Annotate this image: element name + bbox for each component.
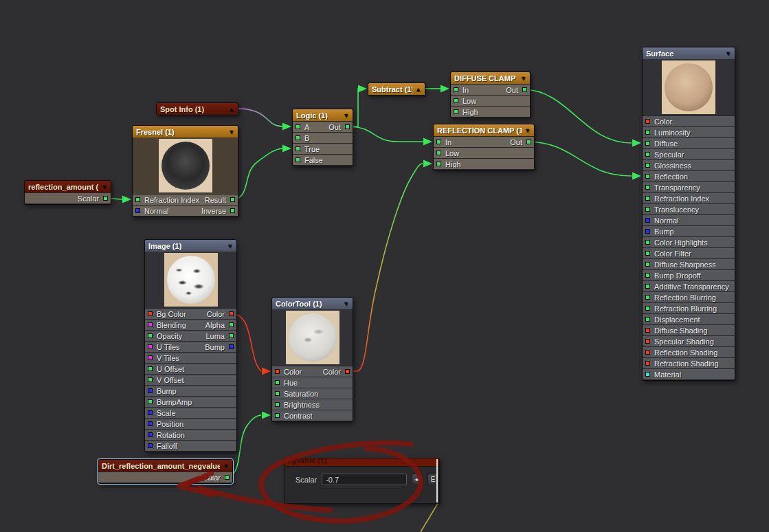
node-reflection-amount[interactable]: reflection_amount (1)▼Scalar <box>24 180 111 205</box>
expand-triangle-icon[interactable]: ▼ <box>522 127 531 134</box>
expand-triangle-icon[interactable]: ▼ <box>220 463 229 469</box>
input-pin[interactable] <box>645 185 650 190</box>
input-pin[interactable] <box>645 218 650 223</box>
input-pin[interactable] <box>645 174 650 179</box>
input-pin[interactable] <box>645 328 650 333</box>
input-pin[interactable] <box>148 322 153 327</box>
mini-slider-button[interactable]: ◂▸ <box>412 474 423 485</box>
input-pin[interactable] <box>645 295 650 300</box>
input-pin[interactable] <box>148 399 153 404</box>
node-header-fresnel[interactable]: Fresnel (1)▼ <box>133 126 238 137</box>
output-pin[interactable] <box>230 197 235 202</box>
input-pin[interactable] <box>645 251 650 256</box>
input-pin[interactable] <box>645 361 650 366</box>
output-pin[interactable] <box>230 208 235 213</box>
expand-triangle-icon[interactable]: ▼ <box>722 50 731 57</box>
node-reflection-clamp[interactable]: REFLECTION CLAMP (1)▼InOutLowHigh <box>433 124 535 170</box>
input-pin[interactable] <box>645 372 650 377</box>
input-pin[interactable] <box>148 388 153 393</box>
input-pin[interactable] <box>296 157 300 162</box>
input-pin[interactable] <box>135 208 140 213</box>
input-pin[interactable] <box>148 344 153 349</box>
input-pin[interactable] <box>645 141 650 146</box>
input-pin[interactable] <box>645 306 650 311</box>
input-pin[interactable] <box>645 350 650 355</box>
input-pin[interactable] <box>275 413 280 418</box>
input-pin[interactable] <box>436 140 441 144</box>
window-titlebar[interactable]: egvalue (1) <box>285 458 439 467</box>
input-pin[interactable] <box>296 124 300 129</box>
node-header-reflection-clamp[interactable]: REFLECTION CLAMP (1)▼ <box>434 124 534 136</box>
output-pin[interactable] <box>345 124 350 129</box>
node-logic[interactable]: Logic (1)▼AOutBTrueFalse <box>292 109 353 166</box>
input-pin[interactable] <box>148 355 153 360</box>
input-pin[interactable] <box>148 443 153 448</box>
scalar-input[interactable] <box>322 474 407 485</box>
output-pin[interactable] <box>229 311 234 316</box>
node-header-subtract[interactable]: Subtract (1)▲ <box>368 83 425 95</box>
expand-triangle-icon[interactable]: ▼ <box>340 112 349 119</box>
output-pin[interactable] <box>103 196 108 201</box>
input-pin[interactable] <box>296 146 300 151</box>
node-header-spot-info[interactable]: Spot Info (1)▲ <box>157 103 238 115</box>
node-header-surface[interactable]: Surface▼ <box>643 47 735 59</box>
output-pin[interactable] <box>229 344 234 349</box>
input-pin[interactable] <box>645 317 650 322</box>
expand-triangle-icon[interactable]: ▼ <box>224 243 233 250</box>
input-pin[interactable] <box>275 402 280 407</box>
output-pin[interactable] <box>225 475 230 480</box>
collapse-triangle-icon[interactable]: ▲ <box>412 86 421 93</box>
output-pin[interactable] <box>229 333 234 338</box>
node-editor-canvas[interactable]: Spot Info (1)▲Fresnel (1)▼Refraction Ind… <box>0 0 769 532</box>
input-pin[interactable] <box>454 109 458 114</box>
node-surface[interactable]: Surface▼ColorLuminosityDiffuseSpecularGl… <box>642 47 735 381</box>
output-pin[interactable] <box>345 369 350 374</box>
input-pin[interactable] <box>148 311 153 316</box>
node-header-logic[interactable]: Logic (1)▼ <box>293 109 353 121</box>
input-pin[interactable] <box>645 130 650 135</box>
node-dirt-negvalue[interactable]: Dirt_reflection_amount_negvalue (1)▼Scal… <box>98 459 233 484</box>
expand-triangle-icon[interactable]: ▼ <box>340 300 349 307</box>
input-pin[interactable] <box>275 380 280 385</box>
input-pin[interactable] <box>645 163 650 168</box>
input-pin[interactable] <box>454 87 458 92</box>
input-pin[interactable] <box>148 432 153 437</box>
input-pin[interactable] <box>275 391 280 396</box>
node-header-reflection-amount[interactable]: reflection_amount (1)▼ <box>25 181 111 192</box>
input-pin[interactable] <box>296 135 300 140</box>
node-header-dirt-negvalue[interactable]: Dirt_reflection_amount_negvalue (1)▼ <box>98 460 232 472</box>
input-pin[interactable] <box>454 98 458 103</box>
input-pin[interactable] <box>645 284 650 289</box>
input-pin[interactable] <box>645 196 650 201</box>
expand-triangle-icon[interactable]: ▼ <box>517 75 526 82</box>
node-fresnel[interactable]: Fresnel (1)▼Refraction IndexResultNormal… <box>132 125 238 217</box>
node-header-image[interactable]: Image (1)▼ <box>145 240 236 252</box>
collapse-triangle-icon[interactable]: ▲ <box>225 106 234 113</box>
node-header-colortool[interactable]: ColorTool (1)▼ <box>272 298 353 309</box>
input-pin[interactable] <box>645 240 650 245</box>
input-pin[interactable] <box>148 333 153 338</box>
output-pin[interactable] <box>229 322 234 327</box>
input-pin[interactable] <box>436 151 441 155</box>
scalar-edit-window[interactable]: egvalue (1) Scalar ◂▸ E <box>284 458 440 504</box>
node-header-diffuse-clamp[interactable]: DIFFUSE CLAMP (1)▼ <box>451 72 530 84</box>
node-spot-info[interactable]: Spot Info (1)▲ <box>156 102 238 115</box>
input-pin[interactable] <box>148 377 153 382</box>
input-pin[interactable] <box>645 262 650 267</box>
node-diffuse-clamp[interactable]: DIFFUSE CLAMP (1)▼InOutLowHigh <box>450 71 531 118</box>
input-pin[interactable] <box>645 339 650 344</box>
expand-triangle-icon[interactable]: ▼ <box>98 184 107 190</box>
input-pin[interactable] <box>436 162 441 166</box>
input-pin[interactable] <box>135 197 140 202</box>
input-pin[interactable] <box>645 152 650 157</box>
output-pin[interactable] <box>522 87 527 92</box>
input-pin[interactable] <box>148 366 153 371</box>
input-pin[interactable] <box>645 229 650 234</box>
expand-triangle-icon[interactable]: ▼ <box>225 129 234 135</box>
input-pin[interactable] <box>645 273 650 278</box>
node-image[interactable]: Image (1)▼Bg ColorColorBlendingAlphaOpac… <box>144 239 237 452</box>
input-pin[interactable] <box>645 119 650 124</box>
node-colortool[interactable]: ColorTool (1)▼ColorColorHueSaturationBri… <box>271 297 353 422</box>
input-pin[interactable] <box>148 421 153 426</box>
input-pin[interactable] <box>645 207 650 212</box>
